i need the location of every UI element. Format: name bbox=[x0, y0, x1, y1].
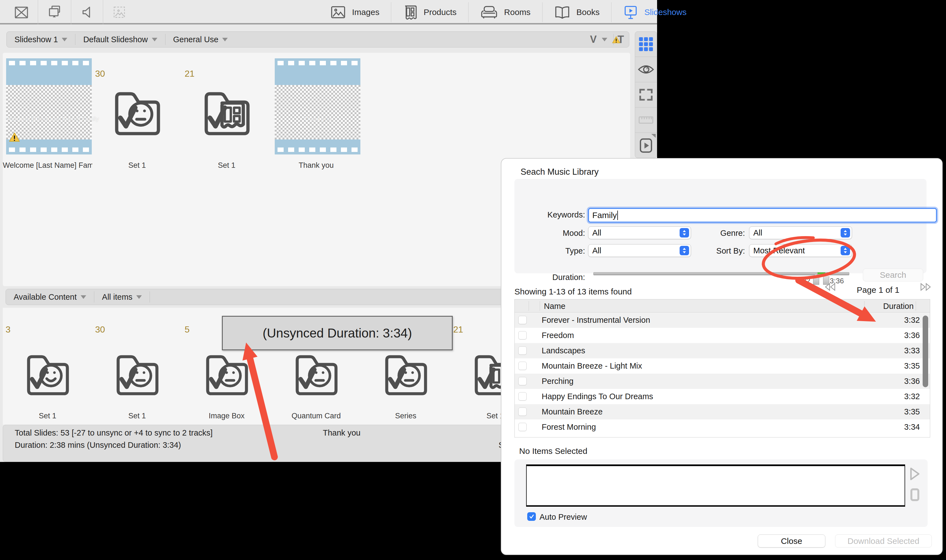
preview-stop-button[interactable] bbox=[911, 488, 919, 501]
slide-thumbnail-slot[interactable]: Welcome [Client Last Name] Family Welcom… bbox=[3, 57, 92, 168]
chevron-down-icon bbox=[222, 38, 228, 42]
track-row[interactable]: Freedom 3:36 bbox=[515, 328, 930, 343]
folder-thumbnail[interactable] bbox=[290, 347, 342, 399]
unsynced-duration-tooltip: (Unsynced Duration: 3:34) bbox=[222, 316, 453, 350]
slide-thumbnail-slot[interactable]: Thank you Thank you bbox=[272, 57, 361, 168]
slideshow-selector-dropdown[interactable]: Slideshow 1 bbox=[7, 34, 76, 45]
folder-thumbnail[interactable] bbox=[380, 347, 432, 399]
table-scrollbar-thumb[interactable] bbox=[923, 315, 928, 387]
track-name: Landscapes bbox=[542, 346, 585, 355]
chevron-down-icon bbox=[136, 295, 142, 299]
nav-books[interactable]: Books bbox=[542, 2, 611, 22]
track-checkbox[interactable] bbox=[519, 377, 527, 385]
grid-view-button[interactable] bbox=[635, 32, 657, 57]
items-filter-dropdown[interactable]: All items bbox=[94, 291, 150, 303]
slide-thumbnail-slot[interactable]: 21 Set 1 bbox=[182, 57, 272, 168]
projector-button[interactable] bbox=[38, 0, 71, 25]
duration-range-slider: 3:32 3:36 bbox=[593, 271, 849, 288]
track-row[interactable]: Forest Morning 3:34 bbox=[515, 420, 930, 435]
mood-label: Mood: bbox=[531, 229, 585, 238]
track-checkbox[interactable] bbox=[519, 316, 527, 324]
auto-preview-checkbox[interactable] bbox=[527, 512, 536, 521]
close-button[interactable]: Close bbox=[758, 534, 825, 548]
slide-label: Quantum Card bbox=[272, 412, 361, 420]
mood-select[interactable]: All bbox=[588, 226, 691, 239]
track-checkbox[interactable] bbox=[519, 392, 527, 400]
view-options-sidebar bbox=[635, 31, 657, 158]
layout-frames-button[interactable] bbox=[635, 82, 657, 108]
slider-track[interactable] bbox=[593, 272, 849, 275]
available-content-dropdown[interactable]: Available Content bbox=[6, 291, 94, 303]
column-divider bbox=[529, 301, 529, 311]
text-tool-button[interactable]: T bbox=[614, 34, 624, 46]
folder-thumbnail[interactable] bbox=[199, 84, 255, 139]
slide-thumbnail-slot[interactable]: 30 Set 1 bbox=[92, 320, 182, 431]
preview-eye-button[interactable] bbox=[635, 57, 657, 82]
slide-count: 3 bbox=[6, 325, 11, 335]
warning-icon bbox=[612, 34, 620, 46]
slideshows-icon bbox=[623, 5, 638, 20]
track-row[interactable]: Forever - Instrumental Version 3:32 bbox=[515, 312, 930, 328]
track-row[interactable]: Mountain Breeze - Light Mix 3:35 bbox=[515, 358, 930, 374]
track-row[interactable]: Mountain Breeze 3:35 bbox=[515, 404, 930, 420]
track-duration: 3:33 bbox=[904, 346, 920, 355]
filmstrip-sprockets bbox=[9, 61, 89, 65]
search-button[interactable]: Search bbox=[863, 269, 923, 282]
track-checkbox[interactable] bbox=[519, 408, 527, 416]
search-criteria-panel: Keywords: Family Mood: All Genre: All Ty… bbox=[514, 179, 926, 273]
folder-thumbnail[interactable] bbox=[22, 347, 73, 399]
preview-play-button[interactable] bbox=[909, 467, 920, 482]
duration-text: Duration: 2:38 mins (Unsynced Duration: … bbox=[15, 440, 181, 450]
track-name: Mountain Breeze - Light Mix bbox=[542, 362, 642, 371]
previous-page-button[interactable] bbox=[824, 283, 837, 292]
name-column-header[interactable]: Name bbox=[544, 302, 565, 311]
track-row[interactable]: Happy Endings To Our Dreams 3:32 bbox=[515, 389, 930, 404]
slider-min-handle[interactable] bbox=[813, 274, 819, 285]
image-placeholder-button[interactable] bbox=[103, 0, 136, 25]
folder-thumbnail[interactable] bbox=[109, 84, 165, 139]
type-select[interactable]: All bbox=[588, 244, 691, 257]
nav-slideshows[interactable]: Slideshows bbox=[611, 2, 698, 22]
slide-thumbnail-slot[interactable]: 3 Set 1 bbox=[3, 320, 92, 431]
play-slideshow-button[interactable] bbox=[635, 133, 657, 158]
sort-by-label: Sort By: bbox=[692, 246, 745, 255]
folder-thumbnail[interactable] bbox=[201, 347, 253, 399]
version-dropdown[interactable]: V bbox=[584, 34, 613, 45]
keywords-input[interactable]: Family bbox=[588, 208, 937, 223]
slide-thumbnail-slot[interactable]: 30 Set 1 bbox=[92, 57, 182, 168]
use-dropdown[interactable]: General Use bbox=[165, 34, 236, 45]
email-button[interactable] bbox=[5, 0, 38, 25]
track-duration: 3:36 bbox=[904, 377, 920, 386]
select-stepper-icon bbox=[680, 228, 689, 237]
slide-count: 30 bbox=[95, 69, 105, 79]
slideshow-toolbar: Slideshow 1 Default Slideshow General Us… bbox=[6, 31, 629, 48]
selected-items-box[interactable] bbox=[526, 465, 905, 507]
track-checkbox[interactable] bbox=[519, 423, 527, 431]
folder-thumbnail[interactable] bbox=[111, 347, 163, 399]
track-checkbox[interactable] bbox=[519, 362, 527, 370]
download-selected-button[interactable]: Download Selected bbox=[835, 534, 932, 548]
sort-by-select[interactable]: Most Relevant bbox=[749, 244, 852, 257]
nav-products[interactable]: Products bbox=[391, 2, 468, 22]
template-dropdown[interactable]: Default Slideshow bbox=[76, 34, 165, 45]
duration-column-header[interactable]: Duration bbox=[883, 302, 914, 311]
ruler-button[interactable] bbox=[635, 108, 657, 133]
filmstrip-thumbnail[interactable]: Thank you bbox=[275, 58, 360, 154]
nav-images[interactable]: Images bbox=[319, 2, 391, 22]
transparent-checker-area: Welcome [Client Last Name] Family bbox=[6, 85, 92, 140]
products-icon bbox=[403, 5, 417, 20]
track-name: Happy Endings To Our Dreams bbox=[542, 392, 653, 401]
track-checkbox[interactable] bbox=[519, 346, 527, 355]
genre-select[interactable]: All bbox=[749, 226, 852, 239]
audio-button[interactable] bbox=[71, 0, 103, 25]
track-row[interactable]: Perching 3:36 bbox=[515, 374, 930, 389]
next-page-button[interactable] bbox=[919, 283, 932, 292]
track-checkbox[interactable] bbox=[519, 331, 527, 340]
chevron-down-icon bbox=[81, 295, 86, 299]
filmstrip-sprockets bbox=[278, 61, 358, 65]
slider-selected-range bbox=[818, 272, 825, 274]
track-row[interactable]: Landscapes 3:33 bbox=[515, 343, 930, 358]
nav-rooms[interactable]: Rooms bbox=[468, 2, 542, 22]
filmstrip-thumbnail[interactable]: Welcome [Client Last Name] Family bbox=[6, 58, 92, 154]
slide-count: 21 bbox=[453, 325, 463, 335]
